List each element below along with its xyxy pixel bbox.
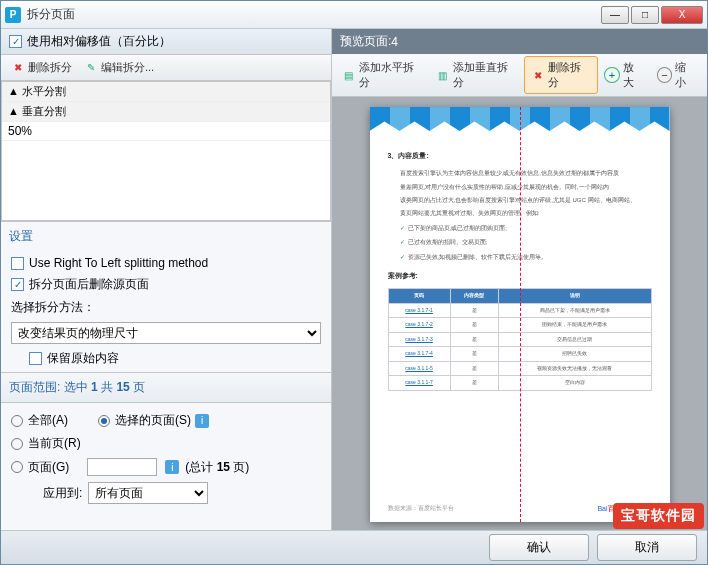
cancel-button[interactable]: 取消: [597, 534, 697, 561]
method-select-row: 改变结果页的物理尺寸: [11, 319, 321, 347]
add-horizontal-split-button[interactable]: ▤ 添加水平拆分: [336, 56, 430, 94]
zoom-out-button[interactable]: − 缩小: [651, 56, 703, 94]
rtl-label: Use Right To Left splitting method: [29, 256, 208, 270]
rtl-checkbox[interactable]: [11, 257, 24, 270]
close-button[interactable]: X: [661, 6, 703, 24]
doc-list-item: ✓资源已失效,如视频已删除、软件下载后无法使用等。: [400, 252, 652, 263]
doc-list-item: ✓已下架的商品页,或已过期的团购页面;: [400, 223, 652, 234]
method-label-row: 选择拆分方法：: [11, 296, 321, 319]
method-select[interactable]: 改变结果页的物理尺寸: [11, 322, 321, 344]
preview-page[interactable]: 3、内容质量: 百度搜索引擎认为主体内容信息量较少,或无有效信息,信息失效过期的…: [370, 107, 670, 522]
delete-split-label: 删除拆分: [28, 60, 72, 75]
vertical-split-value[interactable]: 50%: [2, 122, 330, 141]
edit-split-button[interactable]: ✎ 编辑拆分...: [78, 57, 160, 78]
right-panel: 预览页面: 4 ▤ 添加水平拆分 ▥ 添加垂直拆分 ✖ 删除拆分 + 放大: [331, 29, 707, 530]
range-all-radio[interactable]: [11, 415, 23, 427]
main-content: ✓ 使用相对偏移值（百分比） ✖ 删除拆分 ✎ 编辑拆分... ▲ 水平分割 ▲…: [1, 29, 707, 530]
settings-body: Use Right To Left splitting method ✓ 拆分页…: [1, 251, 331, 372]
edit-icon: ✎: [84, 61, 98, 75]
range-pages-label: 页面(G): [28, 459, 69, 476]
vertical-split-header[interactable]: ▲ 垂直分割: [2, 102, 330, 122]
range-selected-radio[interactable]: [98, 415, 110, 427]
range-pages-row[interactable]: 页面(G) i (总计 15 页): [11, 455, 321, 479]
add-horizontal-icon: ▤: [342, 68, 356, 82]
offset-checkbox-row[interactable]: ✓ 使用相对偏移值（百分比）: [1, 29, 331, 55]
edit-split-label: 编辑拆分...: [101, 60, 154, 75]
preview-header: 预览页面: 4: [332, 29, 707, 54]
delete-split-button[interactable]: ✖ 删除拆分: [5, 57, 78, 78]
range-selected-label: 选择的页面(S): [115, 412, 191, 429]
delete-source-checkbox[interactable]: ✓: [11, 278, 24, 291]
delete-icon-2: ✖: [531, 68, 545, 82]
offset-checkbox[interactable]: ✓: [9, 35, 22, 48]
zoom-out-icon: −: [657, 67, 673, 83]
info-icon-2[interactable]: i: [165, 460, 179, 474]
delete-split-button-2[interactable]: ✖ 删除拆分: [524, 56, 598, 94]
add-vertical-split-button[interactable]: ▥ 添加垂直拆分: [430, 56, 524, 94]
horizontal-split-header[interactable]: ▲ 水平分割: [2, 82, 330, 102]
app-window: P 拆分页面 — □ X ✓ 使用相对偏移值（百分比） ✖ 删除拆分 ✎ 编辑拆…: [0, 0, 708, 565]
settings-header: 设置: [1, 221, 331, 251]
zoom-in-button[interactable]: + 放大: [598, 56, 650, 94]
keep-original-row[interactable]: 保留原始内容: [11, 347, 321, 370]
keep-original-label: 保留原始内容: [47, 350, 119, 367]
offset-checkbox-label: 使用相对偏移值（百分比）: [27, 33, 171, 50]
range-all-row[interactable]: 全部(A): [11, 409, 68, 432]
apply-to-select[interactable]: 所有页面: [88, 482, 208, 504]
window-controls: — □ X: [599, 6, 703, 24]
minimize-button[interactable]: —: [601, 6, 629, 24]
range-current-label: 当前页(R): [28, 435, 81, 452]
preview-area[interactable]: 3、内容质量: 百度搜索引擎认为主体内容信息量较少,或无有效信息,信息失效过期的…: [332, 97, 707, 530]
page-range-body: 全部(A) 选择的页面(S) i 当前页(R) 页面(G) i: [1, 403, 331, 511]
left-panel: ✓ 使用相对偏移值（百分比） ✖ 删除拆分 ✎ 编辑拆分... ▲ 水平分割 ▲…: [1, 29, 331, 530]
page-range-input[interactable]: [87, 458, 157, 476]
splits-toolbar: ✖ 删除拆分 ✎ 编辑拆分...: [1, 55, 331, 81]
preview-toolbar: ▤ 添加水平拆分 ▥ 添加垂直拆分 ✖ 删除拆分 + 放大 − 缩小: [332, 54, 707, 97]
doc-foot-left: 数据来源：百度站长平台: [388, 504, 454, 514]
ok-button[interactable]: 确认: [489, 534, 589, 561]
range-current-row[interactable]: 当前页(R): [11, 432, 321, 455]
keep-original-checkbox[interactable]: [29, 352, 42, 365]
titlebar[interactable]: P 拆分页面 — □ X: [1, 1, 707, 29]
total-pages-text: (总计 15 页): [185, 459, 249, 476]
maximize-button[interactable]: □: [631, 6, 659, 24]
doc-list-item: ✓已过有效期的招聘、交易页面;: [400, 237, 652, 248]
range-pages-radio[interactable]: [11, 461, 23, 473]
watermark: 宝哥软件园: [613, 503, 704, 529]
range-all-label: 全部(A): [28, 412, 68, 429]
apply-to-row: 应用到: 所有页面: [11, 479, 321, 507]
method-label: 选择拆分方法：: [11, 299, 95, 316]
splits-list[interactable]: ▲ 水平分割 ▲ 垂直分割 50%: [1, 81, 331, 221]
window-title: 拆分页面: [27, 6, 75, 23]
range-selected-row[interactable]: 选择的页面(S) i: [98, 409, 209, 432]
delete-source-row[interactable]: ✓ 拆分页面后删除源页面: [11, 273, 321, 296]
delete-source-label: 拆分页面后删除源页面: [29, 276, 149, 293]
zoom-in-icon: +: [604, 67, 620, 83]
page-range-header: 页面范围: 选中 1 共 15 页: [1, 372, 331, 403]
info-icon[interactable]: i: [195, 414, 209, 428]
vertical-split-line[interactable]: [520, 107, 521, 522]
rtl-row[interactable]: Use Right To Left splitting method: [11, 253, 321, 273]
range-current-radio[interactable]: [11, 438, 23, 450]
app-icon: P: [5, 7, 21, 23]
add-vertical-icon: ▥: [436, 68, 450, 82]
delete-icon: ✖: [11, 61, 25, 75]
dialog-footer: 确认 取消: [1, 530, 707, 564]
apply-to-label: 应用到:: [43, 485, 82, 502]
doc-footer: 数据来源：百度站长平台 Bai百度 站长平台: [388, 504, 652, 514]
